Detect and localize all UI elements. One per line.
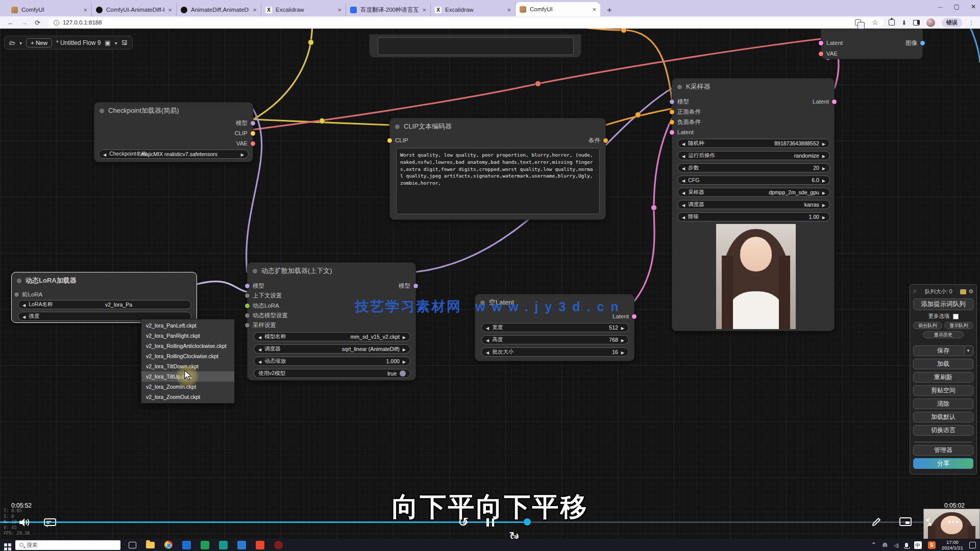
danmaku-icon[interactable] <box>44 518 56 530</box>
profile-pill[interactable]: 错误 <box>942 18 962 28</box>
browser-tab-excalidraw-2[interactable]: Excalidraw <box>431 3 516 16</box>
bookmark-star-icon[interactable] <box>872 18 878 27</box>
chrome-icon[interactable] <box>164 541 173 549</box>
tab-close-icon[interactable] <box>507 6 511 14</box>
chevron-down-icon[interactable] <box>19 39 22 46</box>
downloads-icon[interactable] <box>901 18 906 27</box>
progress-thumb[interactable] <box>524 518 531 525</box>
minimize-icon[interactable] <box>938 3 943 11</box>
gear-icon[interactable] <box>968 288 973 295</box>
vae-input-dot[interactable] <box>819 52 823 56</box>
comfyui-canvas[interactable]: Latent 图像 VAE Checkpoint加载器(简易) 模型 CLIP … <box>0 29 980 539</box>
vae-output-dot[interactable] <box>251 141 255 146</box>
partial-text-widget[interactable] <box>378 37 574 55</box>
prompt-textarea[interactable]: Worst quality, low quality, poor proport… <box>396 148 600 214</box>
checkpoint-name-widget[interactable]: Checkpoint名称 majicMIX realisticv7.safete… <box>99 149 249 159</box>
model-output-dot[interactable] <box>251 121 255 126</box>
scheduler-widget[interactable]: 调度器 karras <box>677 200 830 209</box>
dropdown-item[interactable]: v2_lora_RollingClockwise.ckpt <box>141 351 234 361</box>
volume-icon[interactable] <box>18 517 31 530</box>
model-output-dot[interactable] <box>413 284 418 288</box>
app-blue-icon[interactable] <box>182 541 191 549</box>
reload-icon[interactable] <box>35 19 40 27</box>
back-icon[interactable] <box>7 19 14 27</box>
site-info-icon[interactable] <box>54 20 59 26</box>
app-blue2-icon[interactable] <box>237 541 246 549</box>
switch-language-button[interactable]: 切换语言 <box>913 425 973 436</box>
exit-fullscreen-icon[interactable] <box>923 516 935 531</box>
width-widget[interactable]: 宽度 512 <box>481 323 629 332</box>
view-history-button[interactable]: 显示历史 <box>923 331 964 338</box>
browser-tab-github-evolved[interactable]: ComfyUI-AnimateDiff-Evolve <box>92 3 177 16</box>
drag-handle-icon[interactable] <box>913 289 917 294</box>
image-icon[interactable]: ▣ <box>105 39 110 46</box>
app-green-icon[interactable] <box>201 541 209 549</box>
browser-tab-github-animatediff[interactable]: AnimateDiff,AnimateDiff的插 <box>177 3 261 16</box>
sidepanel-icon[interactable] <box>913 20 920 26</box>
tab-close-icon[interactable] <box>83 6 87 14</box>
node-clip-text-encode[interactable]: CLIP文本编码器 CLIP 条件 Worst quality, low qua… <box>389 118 606 220</box>
cfg-widget[interactable]: CFG 6.0 <box>677 176 830 185</box>
sample-settings-input-dot[interactable] <box>245 323 250 328</box>
clipspace-button[interactable]: 剪贴空间 <box>913 385 973 396</box>
tray-s-app-icon[interactable]: S <box>928 541 936 549</box>
rewind-10-button[interactable]: ↺10 <box>458 515 472 530</box>
collapse-dot[interactable] <box>17 279 21 283</box>
pause-button[interactable] <box>486 518 494 527</box>
model-input-dot[interactable] <box>245 284 250 288</box>
action-center-icon[interactable] <box>969 542 976 548</box>
latent-output-dot[interactable] <box>832 99 837 104</box>
queue-front-button[interactable]: 前台队列 <box>913 322 942 329</box>
pip-icon[interactable] <box>899 517 912 529</box>
tab-close-icon[interactable] <box>253 6 257 14</box>
save-button[interactable]: 保存 <box>913 345 973 356</box>
clear-button[interactable]: 清除 <box>913 398 973 409</box>
node-animatediff-loader[interactable]: 动态扩散加载器(上下文) 模型 上下文设置 动态LoRA 动态模型设置 采样设置… <box>247 262 416 381</box>
app-teal-icon[interactable] <box>219 541 228 549</box>
extensions-icon[interactable] <box>889 19 895 26</box>
forward-icon[interactable] <box>21 19 28 27</box>
app-red-icon[interactable] <box>256 541 264 549</box>
browser-tab-baidu-translate[interactable]: 百度翻译-200种语言互译、沟 <box>346 3 431 16</box>
dropdown-item[interactable]: v2_lora_PanRight.ckpt <box>141 331 234 341</box>
next-arrow-icon[interactable] <box>241 151 244 157</box>
browser-tab-excalidraw-1[interactable]: Excalidraw <box>261 3 346 16</box>
tab-close-icon[interactable] <box>592 6 596 13</box>
positive-input-dot[interactable] <box>670 110 674 114</box>
load-button[interactable]: 加载 <box>913 359 973 369</box>
conditioning-output-dot[interactable] <box>603 138 608 143</box>
denoise-widget[interactable]: 降噪 1.00 <box>677 212 830 221</box>
batch-size-widget[interactable]: 批次大小 16 <box>481 347 629 357</box>
tab-close-icon[interactable] <box>337 6 341 14</box>
view-queue-button[interactable]: 显示队列 <box>944 322 973 329</box>
taskbar-clock[interactable]: 17:00 2024/1/21 <box>942 539 963 550</box>
dropdown-item[interactable]: v2_lora_RollingAnticlockwise.ckpt <box>141 341 234 351</box>
folder-icon[interactable]: 🗁 <box>9 39 15 46</box>
taskbar-search[interactable]: 搜索 <box>15 540 120 550</box>
beta-schedule-widget[interactable]: 调度器 sqrt_linear (AnimateDiff) <box>254 344 410 354</box>
browser-menu-icon[interactable] <box>969 20 974 26</box>
motion-scale-widget[interactable]: 动态缩放 1.000 <box>254 357 410 366</box>
node-vae-decode[interactable]: Latent 图像 VAE <box>821 29 923 59</box>
collapse-dot[interactable] <box>253 269 257 273</box>
latent-input-dot[interactable] <box>670 130 674 135</box>
model-input-dot[interactable] <box>670 99 674 104</box>
browser-tab-comfyui[interactable]: ComfyUI <box>7 3 92 16</box>
refresh-button[interactable]: 重刷新 <box>913 372 973 383</box>
tray-volume-icon[interactable] <box>894 542 899 548</box>
new-workflow-button[interactable]: + New <box>26 38 52 47</box>
tab-close-icon[interactable] <box>422 6 426 14</box>
steps-widget[interactable]: 步数 20 <box>677 163 830 172</box>
more-options-icon[interactable] <box>948 521 958 523</box>
microphone-icon[interactable] <box>905 543 908 547</box>
load-default-button[interactable]: 加载默认 <box>913 412 973 422</box>
after-generate-widget[interactable]: 运行后操作 randomize <box>677 151 830 160</box>
prev-arrow-icon[interactable] <box>103 151 106 157</box>
edit-pencil-icon[interactable] <box>871 516 882 530</box>
sampler-widget[interactable]: 采样器 dpmpp_2m_sde_gpu <box>677 188 830 197</box>
dropdown-item[interactable]: v2_lora_PanLeft.ckpt <box>141 320 234 331</box>
wifi-icon[interactable] <box>883 541 888 548</box>
maximize-icon[interactable] <box>954 3 960 11</box>
collapse-dot[interactable] <box>677 85 682 89</box>
prev-lora-input-dot[interactable] <box>14 292 19 297</box>
